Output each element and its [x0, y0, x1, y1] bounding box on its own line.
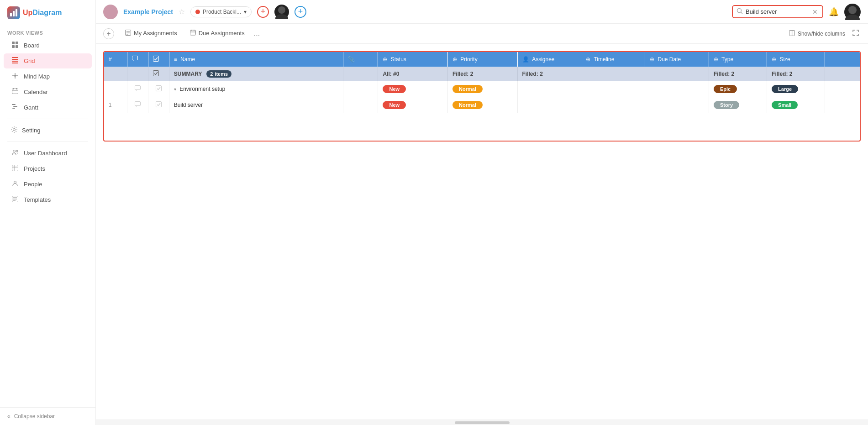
svg-rect-54 — [153, 56, 159, 62]
svg-point-41 — [845, 15, 860, 20]
sidebar-item-projects-label: Projects — [24, 165, 45, 172]
project-name[interactable]: Example Project — [123, 8, 173, 16]
svg-point-36 — [278, 6, 285, 14]
tabs-more-btn[interactable]: ... — [254, 30, 260, 38]
sidebar-item-projects[interactable]: Projects — [4, 161, 92, 176]
search-clear-icon[interactable]: ✕ — [812, 8, 818, 16]
sidebar-item-calendar[interactable]: Calendar — [4, 84, 92, 100]
row1-type-badge: Epic — [714, 85, 737, 93]
tab-my-assignments[interactable]: My Assignments — [120, 27, 183, 41]
svg-rect-1 — [13, 11, 15, 16]
user-avatar-1 — [274, 5, 289, 19]
sidebar-item-mind-map[interactable]: Mind Map — [4, 69, 92, 84]
svg-rect-10 — [12, 63, 18, 63]
empty-cell — [104, 113, 860, 141]
add-tab-btn[interactable]: + — [103, 28, 114, 39]
row2-name[interactable]: Build server — [169, 97, 343, 113]
svg-point-38 — [737, 9, 742, 13]
horizontal-scrollbar[interactable] — [96, 420, 868, 425]
svg-rect-16 — [12, 89, 18, 94]
sidebar-item-people[interactable]: People — [4, 177, 92, 192]
row2-extra — [825, 97, 860, 113]
col-header-priority: ⊕ Priority — [447, 52, 517, 67]
show-hide-columns-btn[interactable]: Show/hide columns — [785, 28, 849, 39]
svg-point-24 — [13, 150, 16, 152]
search-box[interactable]: ✕ — [732, 5, 823, 18]
col-header-attach: 📎 — [343, 52, 378, 67]
summary-duedate-cell — [645, 67, 709, 81]
row1-name[interactable]: ▾ Environment setup — [169, 81, 343, 97]
sidebar-item-user-dashboard[interactable]: User Dashboard — [4, 146, 92, 161]
tabs-bar: + My Assignments Due Assignments ... Sho… — [96, 24, 868, 44]
row2-priority[interactable]: Normal — [447, 97, 517, 113]
tab-due-assignments[interactable]: Due Assignments — [184, 27, 250, 41]
projects-icon — [11, 165, 19, 173]
row2-timeline — [581, 97, 645, 113]
work-views-label: Work Views — [0, 26, 95, 37]
summary-assignee-text: Filled: 2 — [522, 71, 543, 77]
grid-icon — [11, 57, 19, 65]
svg-point-29 — [14, 181, 16, 184]
row1-status[interactable]: New — [378, 81, 448, 97]
row1-name-text: Environment setup — [179, 86, 225, 92]
row2-type[interactable]: Story — [709, 97, 767, 113]
topbar-user-avatar[interactable] — [844, 4, 861, 20]
col-header-name: ≡ Name — [169, 52, 343, 67]
app-logo: UpDiagram — [0, 0, 95, 26]
row1-priority[interactable]: Normal — [447, 81, 517, 97]
gantt-icon — [11, 104, 19, 111]
add-backlog-btn[interactable]: + — [257, 6, 269, 18]
col-status-label: Status — [391, 56, 406, 63]
col-duedate-label: Due Date — [658, 56, 681, 63]
row1-task-icon[interactable] — [148, 81, 169, 97]
row2-hash: 1 — [104, 97, 127, 113]
logo-text: UpDiagram — [23, 9, 62, 17]
col-header-size: ⊕ Size — [767, 52, 825, 67]
type-header-icon: ⊕ — [714, 56, 718, 63]
sidebar-item-setting[interactable]: Setting — [4, 123, 92, 138]
search-input[interactable] — [746, 8, 810, 15]
row1-comment-icon[interactable] — [127, 81, 148, 97]
tab-due-assignments-label: Due Assignments — [199, 30, 245, 37]
row1-expand-icon[interactable]: ▾ — [174, 87, 176, 92]
col-timeline-label: Timeline — [594, 56, 614, 63]
templates-icon — [11, 196, 19, 204]
duedate-header-icon: ⊕ — [650, 56, 654, 63]
sidebar-item-grid[interactable]: Grid — [4, 53, 92, 68]
fullscreen-icon[interactable] — [851, 28, 861, 39]
col-header-task — [148, 52, 169, 67]
col-priority-label: Priority — [460, 56, 477, 63]
row2-comment-icon[interactable] — [127, 97, 148, 113]
star-icon[interactable]: ☆ — [179, 7, 185, 16]
show-hide-columns-label: Show/hide columns — [798, 31, 845, 37]
add-member-btn[interactable]: + — [295, 6, 306, 18]
row1-timeline — [581, 81, 645, 97]
row2-attach — [343, 97, 378, 113]
scroll-thumb[interactable] — [455, 421, 510, 424]
name-header-icon: ≡ — [174, 56, 177, 63]
row2-status[interactable]: New — [378, 97, 448, 113]
sidebar-setting-label: Setting — [22, 127, 40, 134]
svg-point-40 — [848, 6, 857, 14]
sidebar-item-templates[interactable]: Templates — [4, 192, 92, 207]
notification-bell-icon[interactable]: 🔔 — [829, 7, 839, 17]
sidebar-item-gantt[interactable]: Gantt — [4, 100, 92, 115]
col-header-duedate: ⊕ Due Date — [645, 52, 709, 67]
row2-task-icon[interactable] — [148, 97, 169, 113]
svg-point-35 — [105, 14, 116, 19]
row1-type[interactable]: Epic — [709, 81, 767, 97]
summary-size-text: Filled: 2 — [772, 71, 792, 77]
row1-size[interactable]: Large — [767, 81, 825, 97]
backlog-selector[interactable]: Product Backl... ▾ — [190, 6, 252, 17]
svg-rect-9 — [12, 61, 18, 62]
summary-row: SUMMARY 2 items All: #0 Fill — [104, 67, 860, 81]
row1-extra — [825, 81, 860, 97]
svg-rect-22 — [12, 108, 15, 109]
collapse-sidebar-btn[interactable]: « Collapse sidebar — [0, 407, 95, 425]
summary-priority-cell: Filled: 2 — [447, 67, 517, 81]
row2-size[interactable]: Small — [767, 97, 825, 113]
summary-status-text: All: #0 — [383, 71, 399, 77]
col-assignee-label: Assignee — [532, 56, 554, 63]
sidebar-item-board[interactable]: Board — [4, 38, 92, 53]
svg-rect-53 — [132, 56, 138, 60]
